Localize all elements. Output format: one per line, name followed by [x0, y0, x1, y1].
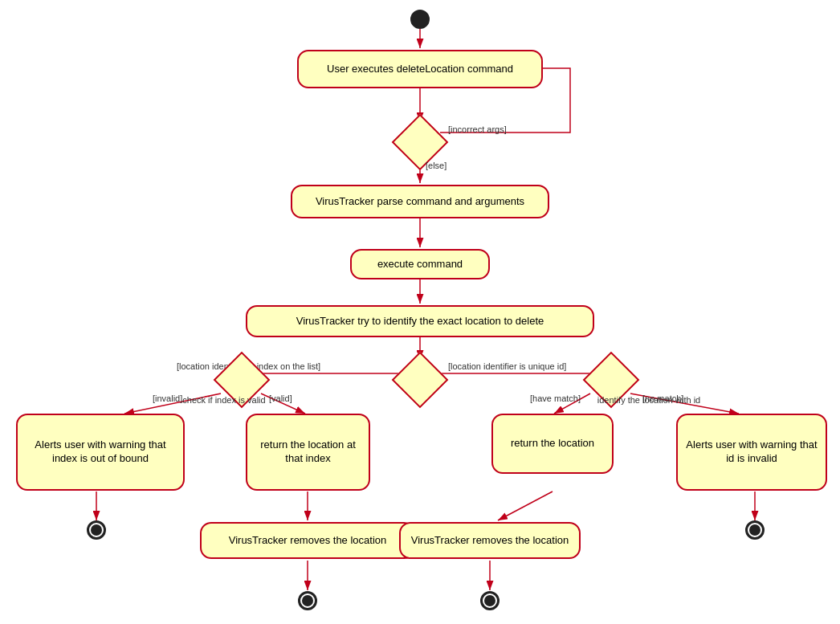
- end-node-4: [745, 520, 765, 540]
- activity-diagram: User executes deleteLocation command [in…: [0, 0, 840, 624]
- label-check-index: check if index is valid: [172, 395, 276, 405]
- node-return-index: return the location at that index: [246, 414, 370, 491]
- node-identify-exact: VirusTracker try to identify the exact l…: [246, 305, 594, 337]
- node-removes-left: VirusTracker removes the location: [200, 522, 415, 559]
- end-node-1: [87, 520, 106, 540]
- end-node-2: [298, 591, 317, 610]
- end-node-3: [480, 591, 500, 610]
- start-node: [410, 10, 430, 29]
- node-user-executes: User executes deleteLocation command: [297, 50, 543, 88]
- label-incorrect-args: [incorrect args]: [448, 124, 507, 134]
- node-parse-command: VirusTracker parse command and arguments: [291, 185, 549, 218]
- svg-line-16: [498, 491, 553, 520]
- node-return-location: return the location: [491, 414, 614, 474]
- label-loc-id: [location identifier is unique id]: [448, 361, 566, 371]
- label-have-match: [have match]: [530, 394, 581, 403]
- node-execute-command: execute command: [350, 249, 490, 279]
- label-valid: [valid]: [269, 394, 292, 403]
- label-no-match: [no match]: [642, 394, 683, 403]
- diamond-main: [392, 352, 449, 409]
- node-removes-right: VirusTracker removes the location: [399, 522, 581, 559]
- label-else: [else]: [426, 161, 447, 170]
- node-alert-id: Alerts user with warning that id is inva…: [676, 414, 827, 491]
- label-invalid: [invalid]: [153, 394, 182, 403]
- node-alert-index: Alerts user with warning that index is o…: [16, 414, 185, 491]
